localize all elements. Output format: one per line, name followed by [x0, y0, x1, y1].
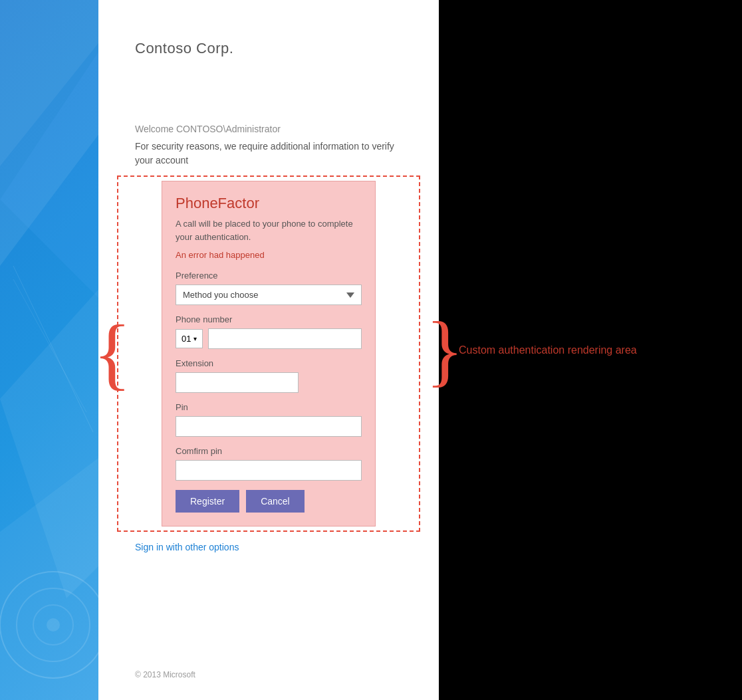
sign-in-other-link[interactable]: Sign in with other options: [135, 542, 239, 552]
button-row: Register Cancel: [176, 490, 362, 513]
right-panel: } Custom authentication rendering area: [439, 0, 742, 700]
phonefactor-container: { PhoneFactor A call will be placed to y…: [125, 181, 412, 526]
card-header: Contoso Corp.: [98, 0, 439, 70]
company-name: Contoso Corp.: [135, 40, 233, 57]
pin-label: Pin: [176, 402, 362, 412]
register-button[interactable]: Register: [176, 490, 239, 513]
annotation-text: Custom authentication rendering area: [459, 344, 637, 356]
welcome-section: Welcome CONTOSO\Administrator For securi…: [98, 70, 439, 181]
right-curly-brace: }: [426, 310, 464, 390]
phone-row: 01 ▾: [176, 328, 362, 349]
phonefactor-section: PhoneFactor A call will be placed to you…: [162, 181, 376, 526]
left-curly-brace: {: [93, 314, 132, 394]
svg-point-8: [47, 618, 60, 632]
extension-label: Extension: [176, 358, 362, 368]
phonefactor-title: PhoneFactor: [176, 195, 362, 212]
confirm-pin-group: Comfirm pin: [176, 446, 362, 481]
phone-number-group: Phone number 01 ▾: [176, 314, 362, 349]
card-footer: © 2013 Microsoft: [98, 655, 439, 700]
extension-input[interactable]: [176, 372, 299, 393]
sign-in-other-section: Sign in with other options: [98, 526, 439, 568]
welcome-description: For security reasons, we require additio…: [135, 140, 402, 168]
country-code-text: 01: [182, 334, 191, 344]
confirm-pin-label: Comfirm pin: [176, 446, 362, 456]
left-panel: Contoso Corp. Welcome CONTOSO\Administra…: [0, 0, 439, 700]
preference-select[interactable]: Method you choose Phone call Text messag…: [176, 285, 362, 305]
confirm-pin-input[interactable]: [176, 460, 362, 481]
pin-input[interactable]: [176, 416, 362, 437]
pin-group: Pin: [176, 402, 362, 437]
extension-group: Extension: [176, 358, 362, 393]
cancel-button[interactable]: Cancel: [246, 490, 305, 513]
country-dropdown-arrow: ▾: [193, 335, 197, 342]
phone-number-input[interactable]: [208, 328, 362, 349]
phone-country-code[interactable]: 01 ▾: [176, 329, 203, 348]
error-message: An error had happened: [176, 250, 362, 260]
preference-label: Preference: [176, 271, 362, 281]
preference-group: Preference Method you choose Phone call …: [176, 271, 362, 305]
welcome-title: Welcome CONTOSO\Administrator: [135, 124, 402, 134]
copyright-text: © 2013 Microsoft: [135, 670, 195, 679]
phonefactor-description: A call will be placed to your phone to c…: [176, 217, 362, 243]
phone-number-label: Phone number: [176, 314, 362, 324]
content-card: Contoso Corp. Welcome CONTOSO\Administra…: [98, 0, 439, 700]
